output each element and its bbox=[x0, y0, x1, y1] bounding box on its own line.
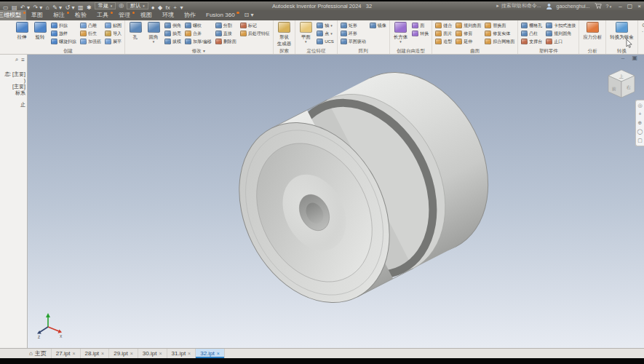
restore-button[interactable]: ▢ bbox=[627, 3, 633, 9]
document-tab-29.ipt[interactable]: 29.ipt× bbox=[109, 349, 138, 358]
boss-button[interactable]: 凸柱 bbox=[520, 30, 543, 37]
model-canvas[interactable] bbox=[28, 55, 644, 348]
panel-label[interactable]: 创建 bbox=[14, 47, 122, 54]
extend-button[interactable]: 延伸 bbox=[455, 38, 482, 45]
document-tab-32.ipt[interactable]: 32.ipt× bbox=[196, 349, 225, 358]
panel-label[interactable]: 探索 bbox=[276, 47, 293, 54]
coil-button[interactable]: 螺旋扫掠 bbox=[50, 38, 77, 45]
document-tab-30.ipt[interactable]: 30.ipt× bbox=[138, 349, 167, 358]
ribbon-tab-协作[interactable]: 协作 bbox=[179, 10, 201, 20]
import-button[interactable]: 导入 bbox=[104, 30, 122, 37]
unwrap-button[interactable]: 展平 bbox=[104, 38, 122, 45]
view-cube[interactable]: 上 前 右 bbox=[603, 64, 640, 102]
ribbon-tab-三维模型[interactable]: 三维模型 bbox=[0, 10, 26, 20]
lip-button[interactable]: 止口 bbox=[545, 38, 576, 45]
document-tab-31.ipt[interactable]: 31.ipt× bbox=[167, 349, 196, 358]
derive-button[interactable]: 衍生 bbox=[79, 30, 102, 37]
signed-in-user[interactable]: gaochenghui... bbox=[557, 4, 590, 9]
close-tab-icon[interactable]: × bbox=[188, 351, 191, 356]
browser-tree-item[interactable]: ) bbox=[0, 78, 27, 84]
convert-to-sheet-metal-button[interactable]: 转换为钣金 bbox=[608, 21, 635, 39]
decal-button[interactable]: 贴图 bbox=[104, 22, 122, 29]
close-tab-icon[interactable]: × bbox=[217, 351, 220, 356]
material-dropdown[interactable]: 常规 ▾ bbox=[95, 2, 116, 9]
sweep-button[interactable]: 扫掠 bbox=[50, 22, 77, 29]
thicken-offset-button[interactable]: 加厚/偏移 bbox=[184, 38, 212, 45]
hole-button[interactable]: 孔 bbox=[127, 21, 143, 39]
minimize-button[interactable]: – bbox=[619, 3, 621, 9]
replace-face-button[interactable]: 替换面 bbox=[484, 22, 515, 29]
orbit-icon[interactable]: ◯ bbox=[637, 129, 643, 135]
revolve-button[interactable]: 旋转 bbox=[32, 21, 48, 39]
ribbon-tab-草图[interactable]: 草图 bbox=[26, 10, 48, 20]
ribbon-tab-标注[interactable]: 标注 bbox=[48, 10, 70, 20]
store-cart-icon[interactable] bbox=[595, 3, 602, 9]
close-tab-icon[interactable]: × bbox=[101, 351, 104, 356]
ribbon-tab-视图[interactable]: 视图 bbox=[135, 10, 157, 20]
panel-label[interactable]: 曲面 bbox=[434, 47, 515, 54]
finish-feature-button[interactable]: 后处理特征 bbox=[239, 30, 271, 37]
document-tab-27.ipt[interactable]: 27.ipt× bbox=[52, 349, 81, 358]
sketch-driven-pattern-button[interactable]: 草图驱动 bbox=[340, 38, 367, 45]
ribbon-tab-管理[interactable]: 管理 bbox=[114, 10, 135, 20]
work-point-button[interactable]: 点▾ bbox=[316, 30, 335, 37]
freeform-box-button[interactable]: 长方体▾ bbox=[392, 21, 410, 44]
split-button[interactable]: 分割 bbox=[215, 22, 237, 29]
rib-button[interactable]: 加强筋 bbox=[79, 38, 102, 45]
fit-mesh-face-button[interactable]: 拟合网格面 bbox=[484, 38, 515, 45]
ribbon-tab-环境[interactable]: 环境 bbox=[157, 10, 179, 20]
look-at-icon[interactable]: ▢ bbox=[637, 138, 643, 143]
stitch-button[interactable]: 缝合 bbox=[434, 22, 453, 29]
user-avatar-icon[interactable] bbox=[546, 3, 552, 9]
fillet-button[interactable]: 圆角▾ bbox=[146, 21, 162, 44]
appearance-dropdown[interactable]: 默认 ▾ bbox=[127, 2, 148, 9]
viewport[interactable]: ‒ ▣ 上 前 右 ◎+⊕◯▢ Z X bbox=[28, 55, 644, 348]
browser-search-icon[interactable]: ⌕ bbox=[15, 56, 18, 63]
mark-button[interactable]: 标记 bbox=[239, 22, 271, 29]
shape-generator-button[interactable]: 形状生成器 bbox=[276, 21, 293, 46]
browser-menu-icon[interactable]: ≡ bbox=[21, 57, 25, 63]
panel-label[interactable]: 定位特征 bbox=[298, 47, 335, 54]
delete-face-button[interactable]: 删除面 bbox=[215, 38, 237, 45]
close-tab-icon[interactable]: × bbox=[159, 351, 162, 356]
ucs-button[interactable]: UCS bbox=[316, 38, 335, 45]
patch-button[interactable]: 面片 bbox=[434, 30, 453, 37]
chamfer-button[interactable]: 倒角 bbox=[164, 22, 182, 29]
mirror-button[interactable]: 镜像 bbox=[369, 22, 387, 29]
ribbon-overflow-button[interactable]: ⊙ · bbox=[638, 20, 644, 54]
snap-fit-button[interactable]: 卡扣式连接 bbox=[545, 22, 576, 29]
combine-button[interactable]: 合并 bbox=[184, 30, 212, 37]
stress-analysis-button[interactable]: 应力分析 bbox=[581, 21, 603, 39]
browser-tree-item[interactable]: 态: [主要] bbox=[0, 71, 27, 78]
close-tab-icon[interactable]: × bbox=[130, 351, 133, 356]
trim-button[interactable]: 修剪 bbox=[455, 30, 482, 37]
zoom-icon[interactable]: ⊕ bbox=[638, 120, 643, 126]
mdi-window-controls[interactable]: ‒ ▣ bbox=[621, 55, 640, 61]
thread-button[interactable]: 螺纹 bbox=[184, 22, 212, 29]
close-button[interactable]: × bbox=[637, 3, 641, 9]
loft-button[interactable]: 放样 bbox=[50, 30, 77, 37]
grill-button[interactable]: 栅格孔 bbox=[520, 22, 543, 29]
appearance-icon[interactable]: ◎ bbox=[119, 1, 124, 10]
draft-button[interactable]: 拔模 bbox=[164, 38, 182, 45]
direct-edit-button[interactable]: 直接 bbox=[215, 30, 237, 37]
close-tab-icon[interactable]: × bbox=[72, 351, 75, 356]
repair-bodies-button[interactable]: 修复实体 bbox=[484, 30, 515, 37]
panel-label[interactable]: 塑料零件 bbox=[520, 47, 576, 54]
freeform-convert-button[interactable]: 转换 bbox=[411, 30, 429, 37]
pulley-model[interactable] bbox=[210, 55, 517, 328]
circular-pattern-button[interactable]: 环形 bbox=[340, 30, 367, 37]
document-tab-28.ipt[interactable]: 28.ipt× bbox=[81, 349, 110, 358]
steering-wheel-icon[interactable]: ◎ bbox=[637, 103, 642, 108]
sculpt-button[interactable]: 造型 bbox=[434, 38, 453, 45]
emboss-button[interactable]: 凸雕 bbox=[79, 22, 102, 29]
panel-label[interactable]: 修改 ▼ bbox=[127, 47, 271, 54]
work-axis-button[interactable]: 轴▾ bbox=[316, 22, 335, 29]
panel-label[interactable]: 分析 bbox=[581, 47, 603, 54]
ribbon-tab-Fusion 360[interactable]: Fusion 360 bbox=[201, 10, 240, 20]
ribbon-tab-工具[interactable]: 工具 bbox=[92, 10, 114, 20]
home-tab[interactable]: ⌂主页 bbox=[25, 349, 52, 358]
work-plane-button[interactable]: 平面▾ bbox=[298, 21, 314, 44]
help-button[interactable]: ? ▾ bbox=[606, 4, 612, 9]
browser-tree-item[interactable]: 标系 bbox=[0, 90, 27, 97]
